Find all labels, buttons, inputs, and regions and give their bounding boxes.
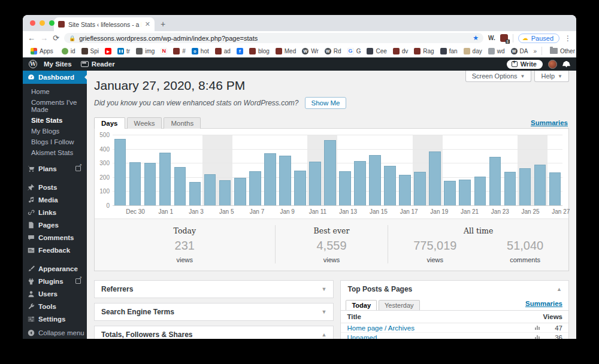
chart-bar[interactable] [354,161,366,205]
chart-bar[interactable] [219,180,231,205]
bookmark-item[interactable]: day [461,48,485,54]
sidebar-item-plugins[interactable]: Plugins [23,275,87,287]
browser-tab[interactable]: Site Stats ‹ lifelessons - a blog ✕ [54,17,155,31]
sidebar-item-tools[interactable]: Tools [23,300,87,313]
sidebar-item-posts[interactable]: Posts [23,181,87,193]
minimize-window-button[interactable] [40,20,45,26]
post-link[interactable]: Home page / Archives [347,324,530,332]
chart-bar[interactable] [519,168,531,205]
back-icon[interactable]: ← [28,34,35,42]
chart-bar[interactable] [264,153,276,205]
bookmarks-overflow-icon[interactable]: » [533,48,537,54]
sidebar-item-pages[interactable]: Pages [23,219,87,231]
sync-paused-button[interactable]: ☁ Paused [518,34,559,43]
sidebar-item-links[interactable]: Links [23,206,87,219]
chart-bar[interactable] [414,172,426,205]
chart-bar[interactable] [384,166,396,205]
extension-w-icon[interactable]: W. [488,35,495,41]
chart-bar[interactable] [429,151,441,205]
forward-icon[interactable]: → [40,34,48,42]
chart-bar[interactable] [294,171,306,205]
toggle-down-icon[interactable]: ▼ [322,286,327,292]
chart-bar[interactable] [324,140,336,205]
tab-close-icon[interactable]: ✕ [145,20,150,28]
tab-days[interactable]: Days [94,117,125,129]
chart-bar[interactable] [444,181,456,205]
bookmark-item[interactable]: tr [114,48,133,54]
chart-bar[interactable] [204,174,216,205]
bookmark-item[interactable]: fan [437,48,461,54]
stats-bars-icon[interactable] [535,326,540,330]
reload-icon[interactable]: ⟳ [53,34,59,42]
chart-bar[interactable] [399,175,411,205]
url-text[interactable]: grieflessons.wordpress.com/wp-admin/inde… [79,35,469,42]
tab-months[interactable]: Months [164,117,201,129]
apps-shortcut[interactable]: Apps [28,48,56,54]
sidebar-collapse-menu[interactable]: Collapse menu [23,326,87,339]
bookmark-item[interactable]: dv [390,48,412,54]
chart-bar[interactable] [369,155,381,205]
top-posts-summaries-link[interactable]: Summaries [525,300,562,307]
chart-bar[interactable] [159,153,171,205]
bookmark-item[interactable]: ohot [189,48,212,54]
address-bar[interactable]: 🔒 grieflessons.wordpress.com/wp-admin/in… [64,33,483,43]
sidebar-subitem-comments-i-ve-made[interactable]: Comments I've Made [23,97,87,115]
summaries-link[interactable]: Summaries [531,119,568,126]
bookmark-item[interactable]: WWr [299,48,322,54]
zoom-window-button[interactable] [49,20,55,26]
chart-bar[interactable] [489,157,501,205]
chart-bar[interactable] [459,180,471,205]
chart-bar[interactable] [549,172,561,205]
sidebar-item-media[interactable]: Media [23,193,87,206]
lock-icon[interactable]: 🔒 [69,35,75,41]
help-button[interactable]: Help ▼ [534,71,569,82]
close-window-button[interactable] [30,20,35,26]
other-bookmarks[interactable]: Other Bookmarks [547,48,576,54]
toggle-down-icon[interactable]: ▼ [322,309,327,315]
reader-menu[interactable]: Reader [78,60,117,68]
sidebar-subitem-akismet-stats[interactable]: Akismet Stats [23,147,87,158]
sidebar-item-plans[interactable]: Plans [23,162,87,175]
bookmark-item[interactable]: id [59,48,78,54]
toggle-up-icon[interactable]: ▲ [322,332,327,338]
bookmark-item[interactable]: GG [344,48,364,54]
bookmark-item[interactable]: blog [246,48,273,54]
chart-bar[interactable] [234,178,246,205]
bookmark-item[interactable]: # [170,48,189,54]
bookmark-item[interactable]: Rag [411,48,437,54]
chart-bar[interactable] [534,165,546,205]
sidebar-item-users[interactable]: Users [23,287,87,300]
browser-menu-icon[interactable]: ⋮ [564,34,571,43]
chart-bar[interactable] [174,167,186,205]
chart-bar[interactable] [504,172,516,205]
chart-bar[interactable] [309,162,321,205]
bookmark-item[interactable]: Cee [364,48,389,54]
chart-bar[interactable] [129,162,141,205]
extension-shield-icon[interactable]: 8 [500,34,508,42]
sidebar-item-settings[interactable]: Settings [23,313,87,325]
chart-bar[interactable] [249,171,261,205]
sidebar-subitem-my-blogs[interactable]: My Blogs [23,126,87,136]
notifications-bell-icon[interactable] [562,61,570,68]
post-link[interactable]: Unnamed [347,334,530,339]
sidebar-subitem-site-stats[interactable]: Site Stats [23,115,87,126]
chart-bar[interactable] [279,156,291,205]
bookmark-item[interactable]: WDA [508,48,531,54]
bookmark-item[interactable]: Med [273,48,299,54]
sidebar-item-comments[interactable]: Comments [23,231,87,244]
tab-weeks[interactable]: Weeks [127,117,162,129]
chart-bar[interactable] [114,139,126,205]
chart-bar[interactable] [474,177,486,205]
my-sites-menu[interactable]: My Sites [41,60,74,68]
stats-bars-icon[interactable] [535,335,540,339]
write-button[interactable]: Write [507,60,543,69]
sidebar-subitem-blogs-i-follow[interactable]: Blogs I Follow [23,136,87,147]
screen-options-button[interactable]: Screen Options ▼ [465,71,532,82]
bookmark-star-icon[interactable]: ★ [473,34,479,42]
bookmark-item[interactable]: WRd [322,48,344,54]
bookmark-item[interactable]: ad [212,48,234,54]
sidebar-item-dashboard[interactable]: Dashboard [23,71,87,84]
bookmark-item[interactable]: N [158,48,170,54]
sidebar-item-appearance[interactable]: Appearance [23,262,87,275]
new-tab-button[interactable]: + [161,19,165,29]
